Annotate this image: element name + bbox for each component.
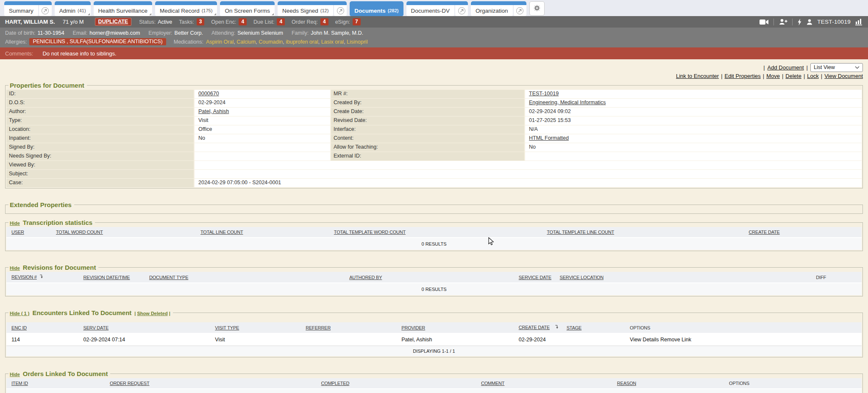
th-service-date[interactable]: SERVICE DATE [519,275,551,280]
th-total-template-line-count[interactable]: TOTAL TEMPLATE LINE COUNT [547,230,614,235]
field-label-signed-by: Signed By: [6,143,194,152]
view-mode-value: List View [814,64,835,70]
th-item-id[interactable]: ITEM ID [11,381,28,386]
hide-orders-link[interactable]: Hide [10,372,20,377]
tab-organization[interactable]: Organization [471,1,526,16]
user-icon[interactable] [807,19,812,25]
field-value-revised-date: 01-27-2025 15:53 [525,116,862,125]
esign-count-badge[interactable]: 7 [353,18,361,25]
show-deleted-link[interactable]: Show Deleted [137,311,168,316]
tab-count: (282) [388,8,399,13]
video-camera-icon[interactable] [760,19,769,25]
th-authored-by[interactable]: AUTHORED BY [349,275,382,280]
th-comment[interactable]: COMMENT [481,381,504,386]
add-document-link[interactable]: Add Document [768,64,804,71]
tab-documents[interactable]: Documents(282) [350,1,403,16]
th-total-line-count[interactable]: TOTAL LINE COUNT [200,230,243,235]
lock-link[interactable]: Lock [807,73,818,79]
th-total-template-word-count[interactable]: TOTAL TEMPLATE WORD COUNT [334,230,406,235]
th-visit-type[interactable]: VISIT TYPE [215,325,239,330]
encounter-row[interactable]: 114 02-29-2024 07:14 Visit Patel, Ashish… [6,333,862,346]
field-value-mr[interactable]: TEST-10019 [529,91,559,97]
tab-needs-signed[interactable]: Needs Signed(12) [278,1,347,16]
tab-health-surveillance[interactable]: Health Surveillance [94,1,152,16]
tab-admin[interactable]: Admin(41) [55,1,91,16]
tab-documents-dv[interactable]: Documents-DV [406,1,468,16]
duplicate-badge[interactable]: DUPLICATE [95,18,132,26]
th-stage[interactable]: STAGE [567,325,581,330]
th-create-date[interactable]: CREATE DATE [519,325,550,330]
email-value: horner@mieweb.com [89,30,140,36]
documents-dv-external-link-button[interactable] [455,5,468,16]
medication-link[interactable]: Lisinopril [347,39,367,45]
displaying-text: DISPLAYING 1-1 / 1 [6,346,862,357]
view-details-link[interactable]: View Details [630,337,659,343]
th-service-location[interactable]: SERVICE LOCATION [560,275,604,280]
th-provider[interactable]: PROVIDER [401,325,425,330]
settings-button[interactable] [529,1,545,16]
link-to-encounter-link[interactable]: Link to Encounter [676,73,719,79]
stage-cell [564,333,627,346]
view-mode-select[interactable]: List View [810,63,863,72]
field-value-id[interactable]: 0000670 [198,91,219,97]
th-revision-datetime[interactable]: REVISION DATE/TIME [83,275,130,280]
due-list-count-badge[interactable]: 4 [277,18,285,25]
medication-link[interactable]: Aspirin Oral [206,39,236,45]
remove-link-link[interactable]: Remove Link [660,337,691,343]
allergies-label: Allergies: [5,39,27,45]
allergies-badge[interactable]: PENICILLINS , SULFA(SULFONAMIDE ANTIBIOT… [29,38,166,45]
field-label-subject: Subject: [6,170,194,178]
tab-label: On Screen Forms [225,8,270,14]
th-total-word-count[interactable]: TOTAL WORD COUNT [56,230,103,235]
hide-encounters-link[interactable]: Hide ( 1 ) [10,311,29,316]
th-revision-number[interactable]: REVISION # [11,274,37,280]
status-value: Active [158,19,172,25]
open-enc-count-badge[interactable]: 4 [239,18,247,25]
tab-on-screen-forms[interactable]: On Screen Forms [220,1,275,16]
external-link-icon [42,7,49,14]
th-reason[interactable]: REASON [617,381,636,386]
view-document-link[interactable]: View Document [824,73,863,79]
tab-label: Health Surveillance [98,8,147,14]
allergies-row: Allergies: PENICILLINS , SULFA(SULFONAMI… [5,37,863,46]
th-user[interactable]: USER [11,230,24,235]
family-value: John M. Sample, M.D. [311,30,363,36]
external-link-icon [337,7,344,14]
attending-label: Attending: [211,30,235,36]
tasks-count-badge[interactable]: 3 [197,18,205,25]
medication-link[interactable]: Calcium [236,39,259,45]
field-value-content[interactable]: HTML Formatted [529,135,569,141]
th-serv-date[interactable]: SERV DATE [83,325,109,330]
hide-revisions-link[interactable]: Hide [10,266,20,271]
th-create-date[interactable]: CREATE DATE [749,230,780,235]
th-document-type[interactable]: DOCUMENT TYPE [149,275,188,280]
hide-transcription-link[interactable]: Hide [10,221,20,226]
tab-label: Needs Signed [282,8,318,14]
summary-external-link-button[interactable] [39,5,52,16]
th-diff: DIFF [816,275,826,280]
tab-medical-record[interactable]: Medical Record(175) [155,1,217,16]
medication-link[interactable]: ibuprofen oral [286,39,321,45]
field-value-author[interactable]: Patel, Ashish [198,108,229,114]
order-req-count-badge[interactable]: 4 [320,18,328,25]
medication-link[interactable]: Lasix oral [321,39,347,45]
medication-link[interactable]: Coumadin [259,39,286,45]
field-value-created-by[interactable]: Engineering, Medical Informatics [529,100,606,105]
chart-icon[interactable] [855,18,863,25]
move-link[interactable]: Move [766,73,780,79]
th-completed[interactable]: COMPLETED [321,381,350,386]
th-referrer[interactable]: REFERRER [306,325,331,330]
section-title: Transcription statistics [23,219,92,226]
tab-cap [278,1,347,5]
tab-summary[interactable]: Summary [4,1,52,16]
bolt-icon[interactable] [797,19,802,25]
th-enc-id[interactable]: ENC ID [11,325,27,330]
external-link-icon [458,7,465,14]
needs-signed-external-link-button[interactable] [334,5,347,16]
th-order-request[interactable]: ORDER REQUEST [110,381,149,386]
delete-link[interactable]: Delete [785,73,801,79]
organization-external-link-button[interactable] [514,5,526,16]
add-user-icon[interactable] [779,19,787,25]
comments-label: Comments: [5,50,33,57]
edit-properties-link[interactable]: Edit Properties [725,73,761,79]
